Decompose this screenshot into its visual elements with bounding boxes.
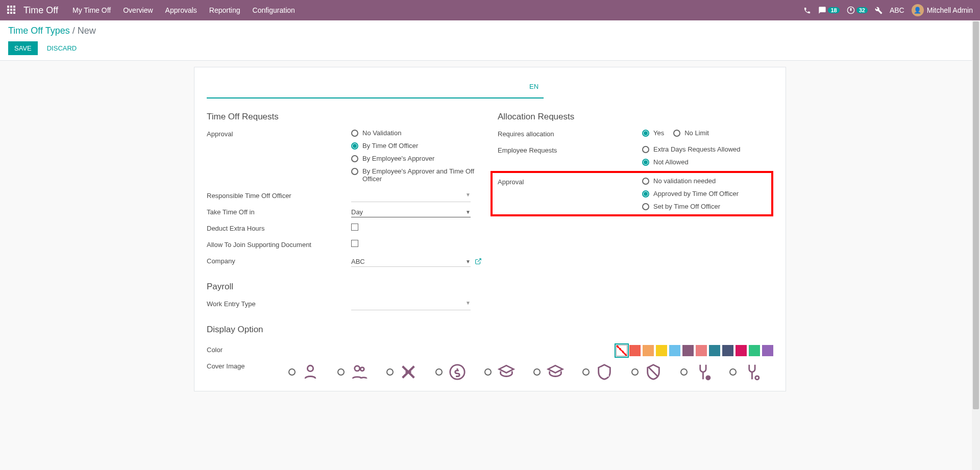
svg-point-1	[355, 366, 360, 371]
nav-approvals[interactable]: Approvals	[165, 6, 197, 14]
radio-alloc-approved-officer[interactable]: Approved by Time Off Officer	[642, 190, 771, 197]
company-switcher[interactable]: ABC	[890, 6, 904, 14]
debug-icon[interactable]	[875, 7, 883, 14]
section-time-off-requests: Time Off Requests	[207, 112, 482, 122]
scrollbar[interactable]	[972, 20, 980, 391]
radio-alloc-set-officer[interactable]: Set by Time Off Officer	[642, 203, 771, 210]
radio-by-officer[interactable]: By Time Off Officer	[351, 142, 482, 150]
highlighted-approval-section: Approval No validation needed Approved b…	[491, 171, 773, 216]
cover-image-picker	[288, 361, 773, 381]
svg-point-5	[755, 376, 759, 380]
color-8[interactable]	[722, 345, 733, 356]
cover-option-8[interactable]	[631, 363, 662, 381]
activities-badge: 32	[856, 7, 868, 13]
messages-icon[interactable]: 18	[818, 6, 839, 14]
svg-point-4	[706, 376, 710, 380]
color-6[interactable]	[696, 345, 707, 356]
deduct-extra-checkbox[interactable]	[351, 224, 358, 231]
work-entry-type-select[interactable]: ▼	[351, 299, 471, 310]
language-button[interactable]: EN	[529, 83, 538, 90]
svg-point-0	[307, 365, 313, 371]
cover-option-10[interactable]	[729, 363, 760, 381]
label-color: Color	[207, 345, 309, 356]
avatar: 👤	[912, 4, 924, 16]
label-allow-doc: Allow To Join Supporting Document	[207, 240, 351, 251]
label-cover-image: Cover Image	[207, 361, 288, 381]
section-display-option: Display Option	[207, 325, 482, 335]
cover-option-3[interactable]	[386, 363, 417, 381]
color-picker	[616, 345, 773, 356]
label-employee-requests: Employee Requests	[498, 145, 642, 166]
color-1[interactable]	[629, 345, 641, 356]
save-button[interactable]: SAVE	[8, 41, 38, 55]
label-approval: Approval	[207, 129, 351, 183]
color-7[interactable]	[709, 345, 720, 356]
company-external-link-icon[interactable]	[475, 258, 482, 266]
color-10[interactable]	[749, 345, 760, 356]
messages-badge: 18	[828, 7, 839, 13]
cover-option-5[interactable]	[484, 363, 515, 381]
breadcrumb-parent[interactable]: Time Off Types	[8, 26, 70, 36]
label-company: Company	[207, 256, 351, 267]
take-time-off-in-select[interactable]: Day▼	[351, 207, 471, 217]
navbar: Time Off My Time Off Overview Approvals …	[0, 0, 980, 20]
color-none[interactable]	[616, 345, 627, 356]
label-responsible-officer: Responsible Time Off Officer	[207, 191, 351, 202]
user-menu[interactable]: 👤 Mitchell Admin	[912, 4, 973, 16]
svg-point-2	[360, 367, 364, 371]
radio-no-validation[interactable]: No Validation	[351, 129, 482, 137]
allow-doc-checkbox[interactable]	[351, 240, 358, 247]
discard-button[interactable]: DISCARD	[43, 41, 81, 55]
app-name[interactable]: Time Off	[23, 5, 58, 16]
breadcrumb: Time Off Types / New	[8, 26, 972, 36]
radio-not-allowed[interactable]: Not Allowed	[642, 158, 773, 166]
nav-configuration[interactable]: Configuration	[253, 6, 295, 14]
color-9[interactable]	[736, 345, 747, 356]
section-payroll: Payroll	[207, 282, 482, 292]
color-4[interactable]	[669, 345, 680, 356]
control-panel: Time Off Types / New SAVE DISCARD	[0, 20, 980, 61]
name-input[interactable]	[207, 80, 544, 98]
radio-by-both[interactable]: By Employee's Approver and Time Off Offi…	[351, 167, 482, 183]
breadcrumb-current: New	[78, 26, 96, 36]
cover-option-1[interactable]	[288, 363, 319, 381]
color-2[interactable]	[643, 345, 654, 356]
cover-option-2[interactable]	[337, 363, 368, 381]
apps-icon[interactable]	[7, 6, 16, 15]
label-work-entry-type: Work Entry Type	[207, 299, 351, 310]
color-11[interactable]	[762, 345, 773, 356]
cover-option-4[interactable]	[435, 363, 466, 381]
activities-icon[interactable]: 32	[847, 6, 868, 14]
company-select[interactable]: ABC▼	[351, 257, 471, 267]
nav-my-time-off[interactable]: My Time Off	[72, 6, 111, 14]
radio-requires-nolimit[interactable]: No Limit	[673, 129, 709, 137]
section-allocation-requests: Allocation Requests	[498, 112, 773, 122]
color-5[interactable]	[682, 345, 694, 356]
cover-option-6[interactable]	[533, 363, 564, 381]
nav-overview[interactable]: Overview	[123, 6, 153, 14]
label-alloc-approval: Approval	[498, 177, 642, 210]
label-requires-allocation: Requires allocation	[498, 129, 642, 140]
label-deduct-extra: Deduct Extra Hours	[207, 224, 351, 235]
cover-option-7[interactable]	[582, 363, 613, 381]
radio-alloc-no-validation[interactable]: No validation needed	[642, 177, 771, 185]
cover-option-9[interactable]	[680, 363, 711, 381]
label-take-in: Take Time Off in	[207, 207, 351, 218]
radio-requires-yes[interactable]: Yes	[642, 129, 664, 137]
phone-icon[interactable]	[803, 7, 811, 14]
radio-extra-allowed[interactable]: Extra Days Requests Allowed	[642, 145, 773, 153]
svg-point-3	[450, 365, 464, 379]
radio-by-approver[interactable]: By Employee's Approver	[351, 155, 482, 162]
color-3[interactable]	[656, 345, 667, 356]
nav-reporting[interactable]: Reporting	[209, 6, 240, 14]
responsible-officer-select[interactable]: ▼	[351, 191, 471, 202]
form-sheet: EN Time Off Requests Approval No Validat…	[194, 67, 786, 391]
